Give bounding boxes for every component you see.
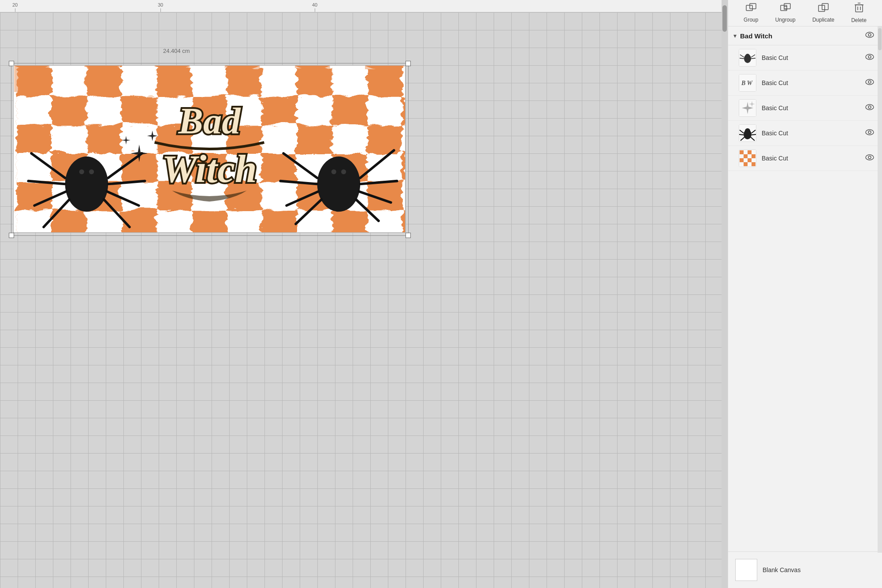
layer-item-4[interactable]: Basic Cut: [728, 121, 882, 146]
design-canvas[interactable]: Bad Witch: [13, 65, 406, 233]
svg-text:Witch: Witch: [162, 147, 257, 190]
svg-point-54: [745, 54, 750, 58]
vertical-scrollbar[interactable]: [722, 0, 728, 588]
svg-point-60: [868, 56, 871, 58]
svg-point-34: [341, 169, 346, 174]
svg-point-77: [866, 130, 874, 135]
eye-icon-layer-4[interactable]: [863, 128, 877, 138]
svg-point-66: [866, 104, 874, 110]
duplicate-button[interactable]: Duplicate: [809, 1, 838, 25]
group-label: Group: [744, 17, 758, 23]
design-svg: Bad Witch: [14, 66, 405, 232]
svg-rect-40: [784, 4, 790, 9]
canvas-workspace[interactable]: 24.404 cm: [0, 12, 722, 588]
delete-button[interactable]: Delete: [848, 1, 870, 25]
svg-point-12: [73, 163, 100, 187]
ruler-mark-30: 30: [158, 2, 163, 7]
svg-text:B W: B W: [741, 80, 753, 86]
svg-rect-86: [748, 158, 752, 162]
ruler-mark-20: 20: [12, 2, 18, 7]
svg-point-50: [866, 32, 874, 37]
group-icon: [746, 3, 756, 15]
layer-thumbnail-2: B W: [739, 74, 756, 92]
svg-rect-84: [740, 158, 744, 162]
bad-witch-group-header[interactable]: ▾ Bad Witch: [728, 26, 882, 45]
svg-rect-80: [740, 150, 744, 154]
ungroup-icon: [780, 3, 791, 15]
group-button[interactable]: Group: [740, 1, 762, 25]
dimension-label: 24.404 cm: [163, 48, 190, 54]
blank-canvas-section[interactable]: Blank Canvas: [728, 551, 882, 588]
group-name: Bad Witch: [740, 32, 863, 40]
svg-rect-82: [748, 150, 752, 154]
svg-rect-39: [781, 5, 787, 11]
layer-5-name: Basic Cut: [762, 155, 863, 162]
svg-point-89: [868, 156, 871, 159]
eye-icon-layer-5[interactable]: [863, 153, 877, 163]
layer-1-name: Basic Cut: [762, 54, 863, 61]
svg-text:Bad: Bad: [178, 100, 242, 141]
eye-icon-group[interactable]: [863, 31, 877, 41]
svg-rect-83: [752, 154, 755, 158]
svg-point-21: [79, 169, 84, 174]
svg-point-51: [868, 33, 871, 36]
layer-2-name: Basic Cut: [762, 79, 863, 86]
layer-thumbnail-1: [739, 49, 756, 67]
blank-canvas-label: Blank Canvas: [763, 566, 800, 573]
layer-3-name: Basic Cut: [762, 104, 863, 112]
svg-point-67: [868, 106, 871, 108]
svg-point-64: [868, 81, 871, 83]
layer-4-name: Basic Cut: [762, 130, 863, 137]
canvas-area: 20 30 40 24.404 cm: [0, 0, 722, 588]
svg-rect-43: [819, 5, 825, 11]
duplicate-icon: [818, 3, 829, 15]
svg-point-22: [89, 169, 94, 174]
svg-rect-85: [744, 162, 748, 166]
duplicate-label: Duplicate: [812, 17, 834, 23]
svg-rect-44: [822, 4, 828, 10]
svg-point-59: [866, 54, 874, 60]
svg-point-70: [745, 128, 750, 134]
svg-rect-81: [744, 154, 748, 158]
svg-line-74: [752, 134, 756, 135]
blank-canvas-preview: [735, 559, 757, 581]
svg-point-88: [866, 155, 874, 160]
panel-toolbar: Group Ungroup Duplicate: [728, 0, 882, 26]
ruler-mark-40: 40: [312, 2, 317, 7]
svg-line-56: [740, 58, 744, 59]
right-panel: Group Ungroup Duplicate: [728, 0, 882, 588]
svg-rect-45: [856, 5, 863, 12]
layer-thumbnail-3: [739, 99, 756, 117]
eye-icon-layer-3[interactable]: [863, 103, 877, 113]
layer-item-1[interactable]: Basic Cut: [728, 45, 882, 71]
svg-line-72: [739, 134, 744, 135]
layer-thumbnail-5: [739, 149, 756, 167]
svg-point-24: [325, 163, 352, 187]
svg-rect-38: [750, 4, 756, 9]
layers-panel: ▾ Bad Witch: [728, 26, 882, 551]
delete-icon: [854, 3, 864, 15]
svg-rect-87: [752, 162, 755, 166]
svg-point-33: [331, 169, 336, 174]
layer-item-5[interactable]: Basic Cut: [728, 146, 882, 171]
ruler: 20 30 40: [0, 0, 722, 12]
scrollbar-thumb[interactable]: [722, 5, 727, 32]
layer-item-2[interactable]: B W Basic Cut: [728, 71, 882, 96]
chevron-down-icon: ▾: [733, 32, 737, 39]
layer-item-3[interactable]: Basic Cut: [728, 96, 882, 121]
eye-icon-layer-1[interactable]: [863, 53, 877, 63]
eye-icon-layer-2[interactable]: [863, 78, 877, 88]
svg-point-63: [866, 79, 874, 85]
svg-point-78: [868, 131, 871, 134]
svg-rect-37: [746, 5, 752, 11]
delete-label: Delete: [851, 17, 867, 23]
layer-thumbnail-4: [739, 124, 756, 142]
ungroup-label: Ungroup: [775, 17, 796, 23]
svg-line-58: [751, 58, 755, 59]
ungroup-button[interactable]: Ungroup: [772, 1, 799, 25]
